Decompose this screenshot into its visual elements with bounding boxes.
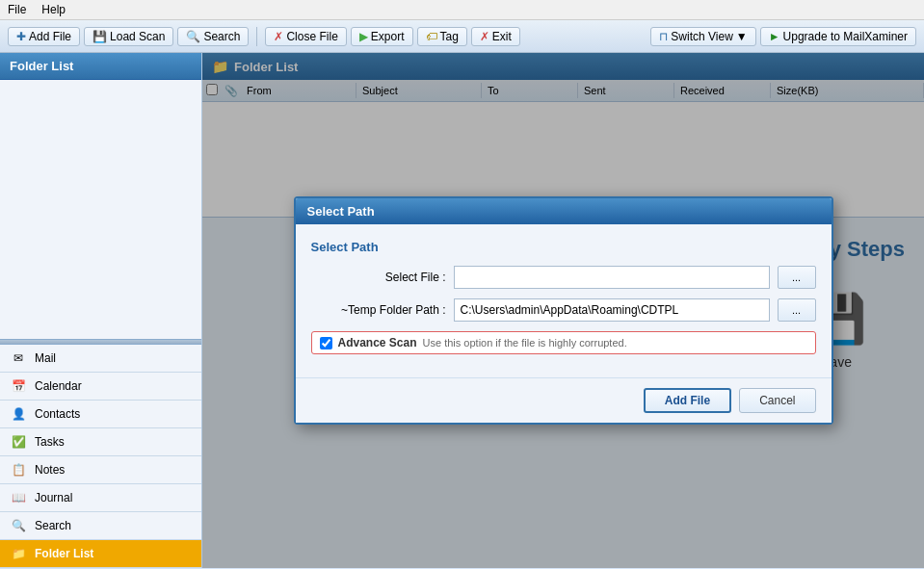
load-scan-icon: 💾 bbox=[92, 30, 107, 43]
sidebar-item-calendar[interactable]: 📅 Calendar bbox=[0, 373, 201, 401]
exit-icon: ✗ bbox=[480, 30, 489, 43]
toolbar: ✚ Add File 💾 Load Scan 🔍 Search ✗ Close … bbox=[0, 20, 924, 53]
content-area: 📁 Folder List 📎 From Subject To Sent Rec… bbox=[202, 53, 924, 568]
sidebar-header: Folder List bbox=[0, 53, 201, 80]
modal-footer: Add File Cancel bbox=[296, 377, 832, 423]
sidebar-item-contacts[interactable]: 👤 Contacts bbox=[0, 401, 201, 428]
modal-section-title: Select Path bbox=[311, 240, 816, 254]
select-file-row: Select File : ... bbox=[311, 266, 816, 289]
tag-button[interactable]: 🏷 Tag bbox=[417, 27, 467, 46]
contacts-icon: 👤 bbox=[10, 405, 27, 423]
menu-help[interactable]: Help bbox=[41, 3, 66, 16]
sidebar-item-journal[interactable]: 📖 Journal bbox=[0, 484, 201, 512]
sidebar-nav: ✉ Mail 📅 Calendar 👤 Contacts ✅ Tasks 📋 N… bbox=[0, 345, 201, 568]
select-file-input[interactable] bbox=[454, 266, 770, 289]
search-icon: 🔍 bbox=[186, 30, 200, 43]
calendar-icon: 📅 bbox=[10, 377, 27, 395]
temp-folder-row: ~Temp Folder Path : ... bbox=[311, 298, 816, 322]
modal-add-file-button[interactable]: Add File bbox=[644, 388, 731, 413]
notes-icon: 📋 bbox=[10, 461, 27, 478]
modal-body: Select Path Select File : ... ~Temp Fold… bbox=[296, 224, 832, 377]
tag-icon: 🏷 bbox=[426, 30, 437, 43]
advance-scan-label: Advance Scan bbox=[338, 336, 417, 349]
add-file-button[interactable]: ✚ Add File bbox=[8, 27, 80, 46]
sidebar-item-search[interactable]: 🔍 Search bbox=[0, 512, 201, 540]
modal-cancel-button[interactable]: Cancel bbox=[739, 388, 815, 413]
select-path-modal: Select Path Select Path Select File : ..… bbox=[294, 196, 833, 425]
browse-temp-button[interactable]: ... bbox=[778, 298, 816, 322]
sidebar: Folder List ✉ Mail 📅 Calendar 👤 Contacts… bbox=[0, 53, 202, 568]
sidebar-spacer bbox=[0, 80, 201, 339]
main-layout: Folder List ✉ Mail 📅 Calendar 👤 Contacts… bbox=[0, 53, 924, 568]
export-icon: ▶ bbox=[359, 30, 368, 43]
toolbar-separator-1 bbox=[256, 27, 257, 46]
menu-file[interactable]: File bbox=[8, 3, 26, 16]
load-scan-button[interactable]: 💾 Load Scan bbox=[84, 27, 173, 46]
upgrade-button[interactable]: ► Upgrade to MailXaminer bbox=[760, 27, 916, 46]
advance-scan-row: Advance Scan Use this option if the file… bbox=[311, 331, 816, 354]
browse-file-button[interactable]: ... bbox=[778, 266, 816, 289]
add-file-icon: ✚ bbox=[16, 30, 26, 43]
folder-list-icon: 📁 bbox=[10, 545, 27, 562]
sidebar-item-folder-list[interactable]: 📁 Folder List bbox=[0, 540, 201, 568]
modal-overlay: Select Path Select Path Select File : ..… bbox=[202, 53, 924, 568]
sidebar-item-notes[interactable]: 📋 Notes bbox=[0, 456, 201, 484]
tasks-icon: ✅ bbox=[10, 433, 27, 451]
journal-icon: 📖 bbox=[10, 489, 27, 506]
mail-icon: ✉ bbox=[10, 349, 27, 367]
close-file-button[interactable]: ✗ Close File bbox=[265, 27, 346, 46]
sidebar-item-tasks[interactable]: ✅ Tasks bbox=[0, 428, 201, 456]
advance-scan-checkbox[interactable] bbox=[320, 337, 332, 349]
upgrade-icon: ► bbox=[769, 30, 780, 43]
menu-bar: File Help bbox=[0, 0, 924, 20]
export-button[interactable]: ▶ Export bbox=[351, 27, 413, 46]
select-file-label: Select File : bbox=[311, 271, 446, 284]
search-button[interactable]: 🔍 Search bbox=[177, 27, 249, 46]
exit-button[interactable]: ✗ Exit bbox=[471, 27, 520, 46]
temp-folder-input[interactable] bbox=[454, 298, 770, 322]
switch-view-dropdown-icon: ▼ bbox=[736, 30, 748, 43]
toolbar-right: ⊓ Switch View ▼ ► Upgrade to MailXaminer bbox=[650, 27, 916, 46]
switch-view-button[interactable]: ⊓ Switch View ▼ bbox=[650, 27, 755, 46]
sidebar-item-mail[interactable]: ✉ Mail bbox=[0, 345, 201, 373]
modal-titlebar: Select Path bbox=[296, 198, 832, 224]
search-nav-icon: 🔍 bbox=[10, 517, 27, 534]
temp-folder-label: ~Temp Folder Path : bbox=[311, 303, 446, 317]
advance-scan-desc: Use this option if the file is highly co… bbox=[423, 337, 627, 349]
close-file-icon: ✗ bbox=[274, 30, 283, 43]
switch-view-icon: ⊓ bbox=[659, 30, 668, 43]
